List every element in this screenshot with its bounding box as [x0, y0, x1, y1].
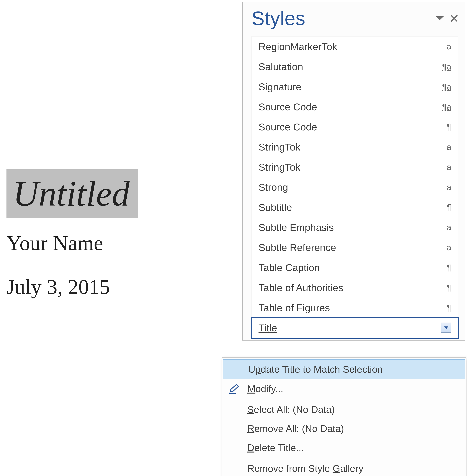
style-label: Salutation	[259, 61, 303, 72]
style-type-icon: ¶	[441, 263, 451, 272]
task-pane-options-icon[interactable]	[435, 15, 444, 22]
style-type-icon: a	[441, 222, 451, 232]
style-row[interactable]: Table of Authorities ¶	[252, 278, 458, 298]
style-label: Source Code	[259, 101, 317, 113]
style-row[interactable]: Table Caption ¶	[252, 258, 458, 278]
document-title[interactable]: Untitled	[13, 174, 130, 213]
style-row[interactable]: StringTok a	[252, 137, 458, 157]
style-row[interactable]: RegionMarkerTok a	[252, 36, 458, 56]
menu-remove-all[interactable]: Remove All: (No Data)	[222, 419, 466, 438]
style-type-icon: a	[441, 243, 451, 252]
style-row[interactable]: Salutation ¶a	[252, 56, 458, 77]
modify-style-icon	[222, 383, 247, 394]
style-label: RegionMarkerTok	[259, 41, 337, 52]
style-label: Table Caption	[259, 262, 320, 273]
style-row[interactable]: Source Code ¶	[252, 117, 458, 137]
style-label: StringTok	[259, 141, 300, 153]
style-row[interactable]: Table of Figures ¶	[252, 298, 458, 318]
style-type-icon: ¶a	[441, 62, 451, 71]
style-type-icon: a	[441, 142, 451, 152]
style-type-icon: ¶	[441, 122, 451, 132]
style-row[interactable]: Subtle Emphasis a	[252, 217, 458, 237]
style-type-icon: a	[441, 42, 451, 51]
style-label: StringTok	[259, 161, 300, 173]
styles-pane-header: Styles	[243, 2, 465, 34]
style-label: Strong	[259, 181, 288, 193]
style-row[interactable]: Source Code ¶a	[252, 97, 458, 117]
styles-pane: Styles RegionMarkerTok a Salutation ¶a S…	[242, 2, 465, 340]
style-label: Title	[259, 322, 277, 334]
menu-modify[interactable]: Modify...	[222, 379, 466, 398]
menu-delete-style[interactable]: Delete Title...	[222, 438, 466, 457]
style-label: Source Code	[259, 121, 317, 133]
menu-separator	[247, 458, 464, 458]
style-dropdown-icon[interactable]	[441, 323, 451, 333]
document-area: Untitled Your Name July 3, 2015	[6, 169, 184, 299]
style-label: Table of Authorities	[259, 282, 343, 293]
style-type-icon: ¶	[441, 202, 451, 212]
close-icon[interactable]	[450, 14, 458, 22]
style-type-icon: a	[441, 182, 451, 192]
style-row[interactable]: Signature ¶a	[252, 77, 458, 97]
menu-select-all[interactable]: Select All: (No Data)	[222, 400, 466, 419]
title-selection-highlight[interactable]: Untitled	[6, 169, 138, 218]
style-label: Subtle Emphasis	[259, 222, 334, 233]
style-row[interactable]: Strong a	[252, 177, 458, 197]
style-context-menu: Update Title to Match Selection Modify..…	[222, 357, 466, 476]
style-label: Subtitle	[259, 202, 292, 213]
document-date[interactable]: July 3, 2015	[6, 275, 184, 299]
styles-listbox[interactable]: RegionMarkerTok a Salutation ¶a Signatur…	[252, 36, 458, 338]
style-type-icon: ¶	[441, 283, 451, 292]
menu-update-to-match-selection[interactable]: Update Title to Match Selection	[223, 359, 465, 379]
menu-separator	[247, 399, 464, 399]
menu-remove-from-gallery[interactable]: Remove from Style Gallery	[222, 459, 466, 476]
style-label: Signature	[259, 81, 301, 93]
styles-pane-title: Styles	[252, 7, 435, 29]
style-row[interactable]: Subtitle ¶	[252, 197, 458, 217]
style-row-selected[interactable]: Title	[251, 317, 459, 339]
style-label: Subtle Reference	[259, 242, 336, 253]
style-type-icon: ¶a	[441, 82, 451, 92]
style-label: Table of Figures	[259, 302, 330, 313]
style-row[interactable]: Subtle Reference a	[252, 237, 458, 258]
document-author[interactable]: Your Name	[6, 231, 184, 255]
style-type-icon: ¶	[441, 303, 451, 313]
style-type-icon: a	[441, 162, 451, 172]
style-type-icon: ¶a	[441, 102, 451, 112]
style-row[interactable]: StringTok a	[252, 157, 458, 177]
